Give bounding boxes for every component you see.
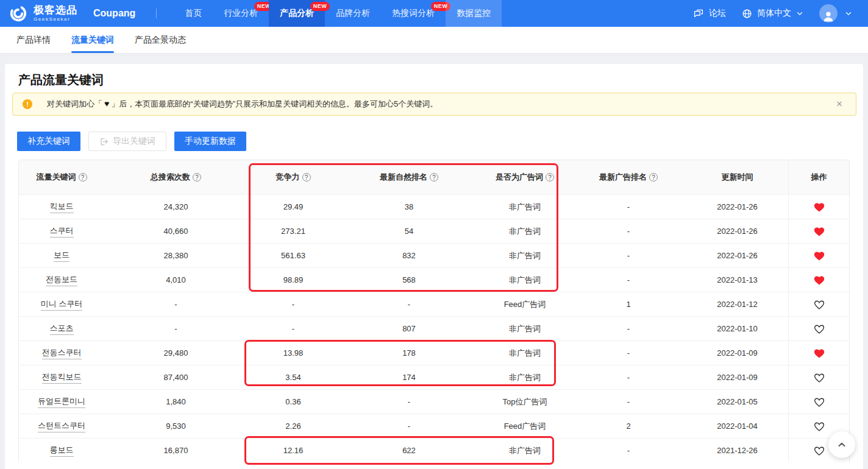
refresh-data-button[interactable]: 手动更新数据 <box>174 132 246 151</box>
add-keywords-button[interactable]: 补充关键词 <box>17 132 80 151</box>
export-keywords-button[interactable]: 导出关键词 <box>88 132 166 151</box>
organic-rank-cell: 832 <box>339 244 479 267</box>
keyword-link[interactable]: 보드 <box>54 250 69 262</box>
column-header-6: 最新广告排名? <box>571 160 686 194</box>
screen: { "nav": { "brand": { "name": "极客选品", "s… <box>0 0 868 469</box>
keyword-link[interactable]: 스포츠 <box>50 323 74 335</box>
ad-word-cell: 非广告词 <box>479 317 571 340</box>
chevron-up-icon <box>836 439 847 450</box>
table-row: 전동스쿠터29,48013.98178非广告词-2022-01-09 <box>19 340 849 365</box>
heart-filled-icon[interactable] <box>811 223 828 240</box>
updated-cell: 2022-01-26 <box>686 195 788 219</box>
organic-rank-cell: 622 <box>339 439 479 462</box>
keyword-cell: 롱보드 <box>19 439 104 462</box>
organic-rank-cell: - <box>339 414 479 438</box>
brand-logo[interactable]: 极客选品 GeekSeeker <box>0 0 77 27</box>
heart-outline-icon[interactable] <box>811 369 828 386</box>
close-icon[interactable]: × <box>833 98 846 110</box>
sub-tabbar: 产品详情流量关键词产品全景动态 <box>0 27 868 54</box>
heart-filled-icon[interactable] <box>811 199 828 216</box>
avatar <box>819 4 838 23</box>
heart-outline-icon[interactable] <box>811 320 828 337</box>
keyword-link[interactable]: 스턴트스쿠터 <box>38 420 85 432</box>
updated-cell: 2022-01-13 <box>686 268 788 292</box>
keyword-link[interactable]: 미니 스쿠터 <box>41 298 83 311</box>
language-selector[interactable]: 简体中文 <box>742 8 803 19</box>
keyword-cell: 전동보드 <box>19 268 104 292</box>
ad-word-cell: Feed广告词 <box>479 292 571 316</box>
tab-2[interactable]: 流量关键词 <box>71 27 114 53</box>
heart-outline-icon[interactable] <box>811 393 828 411</box>
nav-item-2[interactable]: 行业分析NEW <box>213 0 269 27</box>
toolbar: 补充关键词 导出关键词 手动更新数据 <box>17 132 246 151</box>
help-icon[interactable]: ? <box>79 173 87 182</box>
nav-item-label: 热搜词分析 <box>392 8 435 19</box>
heart-outline-icon[interactable] <box>811 296 828 313</box>
keyword-link[interactable]: 스쿠터 <box>50 225 74 238</box>
keyword-link[interactable]: 듀얼트론미니 <box>38 396 85 408</box>
nav-item-6[interactable]: 数据监控 <box>446 0 502 27</box>
action-cell <box>788 195 849 219</box>
column-header-7: 更新时间 <box>686 160 788 194</box>
table-row: 미니 스쿠터---Feed广告词12022-01-12 <box>19 292 849 316</box>
tab-3[interactable]: 产品全景动态 <box>135 27 186 53</box>
ad-rank-cell: - <box>571 268 686 292</box>
forum-link[interactable]: 论坛 <box>693 8 726 19</box>
searches-cell: - <box>104 292 247 316</box>
keyword-link[interactable]: 롱보드 <box>50 445 74 457</box>
ad-rank-cell: - <box>571 439 686 462</box>
tab-1[interactable]: 产品详情 <box>16 27 51 53</box>
updated-cell: 2022-01-10 <box>686 317 788 340</box>
help-icon[interactable]: ? <box>193 173 201 182</box>
help-icon[interactable]: ? <box>430 173 438 182</box>
export-icon <box>99 137 108 146</box>
updated-cell: 2022-01-05 <box>686 390 788 414</box>
help-icon[interactable]: ? <box>546 173 554 182</box>
keyword-link[interactable]: 킥보드 <box>50 201 74 213</box>
ad-word-cell: 非广告词 <box>479 268 571 292</box>
nav-right: 论坛 简体中文 <box>693 0 868 27</box>
keyword-link[interactable]: 전동스쿠터 <box>42 347 82 359</box>
heart-outline-icon[interactable] <box>811 418 828 435</box>
table-row: 롱보드16,87012.16622非广告词-2021-12-26 <box>19 438 849 462</box>
heart-filled-icon[interactable] <box>811 247 828 264</box>
competition-cell: - <box>247 317 339 340</box>
column-header-8: 操作 <box>788 160 849 194</box>
heart-filled-icon[interactable] <box>811 345 828 362</box>
action-cell <box>788 317 849 340</box>
competition-cell: 273.21 <box>247 219 339 243</box>
action-cell <box>788 219 849 243</box>
updated-cell: 2022-01-09 <box>686 365 788 389</box>
keyword-cell: 전동킥보드 <box>19 365 104 389</box>
help-icon[interactable]: ? <box>649 173 658 182</box>
ad-rank-cell: - <box>571 390 686 414</box>
top-navbar: 极客选品 GeekSeeker Coupang 首页行业分析NEW产品分析NEW… <box>0 0 868 27</box>
nav-item-3[interactable]: 产品分析NEW <box>269 0 325 27</box>
help-icon[interactable]: ? <box>302 173 311 182</box>
user-menu[interactable] <box>819 4 852 23</box>
keyword-link[interactable]: 전동킥보드 <box>42 372 82 384</box>
page-title: 产品流量关键词 <box>18 72 104 88</box>
back-to-top-button[interactable] <box>828 431 855 458</box>
nav-item-1[interactable]: 首页 <box>174 0 213 27</box>
table-header-row: 流量关键词?总搜索次数?竞争力?最新自然排名?是否为广告词?最新广告排名?更新时… <box>19 160 849 194</box>
keyword-link[interactable]: 전동보드 <box>46 274 77 286</box>
ad-word-cell: 非广告词 <box>479 244 571 267</box>
table-row: 전동킥보드87,4003.54174非广告词-2022-01-09 <box>19 365 849 389</box>
heart-icon: ♥ <box>104 99 109 108</box>
nav-item-label: 数据监控 <box>457 8 491 19</box>
searches-cell: 16,870 <box>104 439 247 462</box>
nav-item-4[interactable]: 品牌分析 <box>325 0 381 27</box>
searches-cell: 28,380 <box>104 244 247 267</box>
chat-icon <box>693 8 704 19</box>
updated-cell: 2022-01-12 <box>686 292 788 316</box>
organic-rank-cell: 568 <box>339 268 479 292</box>
nav-divider <box>156 9 157 18</box>
column-header-1: 流量关键词? <box>19 160 104 194</box>
heart-outline-icon[interactable] <box>811 442 828 459</box>
heart-filled-icon[interactable] <box>811 272 828 289</box>
nav-item-5[interactable]: 热搜词分析NEW <box>381 0 446 27</box>
table-row: 보드28,380561.63832非广告词-2022-01-26 <box>19 243 849 267</box>
updated-cell: 2022-01-26 <box>686 244 788 267</box>
ad-rank-cell: - <box>571 317 686 340</box>
